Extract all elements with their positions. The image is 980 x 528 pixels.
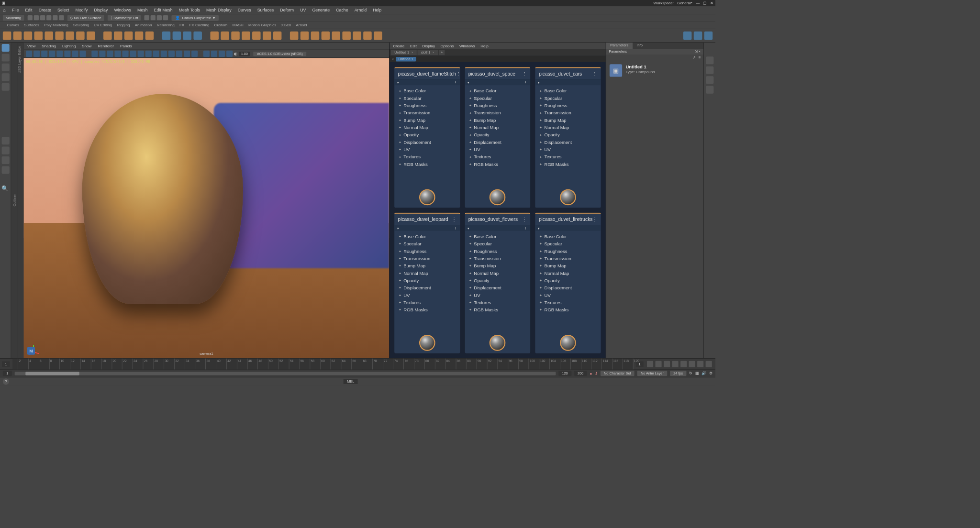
node-tab[interactable]: Untitled 1× — [391, 50, 417, 55]
node-property[interactable]: UV — [394, 292, 460, 299]
node-menu-help[interactable]: Help — [480, 44, 489, 48]
node-property[interactable]: Bump Map — [394, 117, 460, 124]
node-menu-windows[interactable]: Windows — [459, 44, 475, 48]
menu-cache[interactable]: Cache — [336, 8, 348, 12]
exposure-value[interactable]: 1.00 — [239, 52, 250, 56]
shelf-tool-icon[interactable] — [103, 31, 112, 40]
vp-tool-icon[interactable] — [114, 51, 121, 57]
shelf-tab[interactable]: FX — [179, 23, 184, 27]
outliner-tab[interactable]: Outliner — [11, 43, 17, 358]
shelf-tool-icon[interactable] — [694, 31, 702, 40]
node-property[interactable]: UV — [394, 146, 460, 153]
vp-tool-icon[interactable] — [184, 51, 190, 57]
shelf-tool-icon[interactable] — [290, 31, 299, 40]
node-property[interactable]: Normal Map — [394, 270, 460, 277]
menu-display[interactable]: Display — [94, 8, 108, 12]
node-property[interactable]: Base Color — [465, 233, 530, 240]
vp-tool-icon[interactable] — [161, 51, 167, 57]
node-property[interactable]: Normal Map — [535, 124, 601, 131]
vp-view[interactable]: View — [27, 44, 35, 48]
node-property[interactable]: Textures — [465, 299, 530, 306]
settings-icon[interactable]: ⚙ — [709, 371, 713, 375]
animlayer-dropdown[interactable]: No Anim Layer — [637, 371, 667, 376]
shelf-prim-icon[interactable] — [3, 31, 11, 40]
shelf-tool-icon[interactable] — [322, 31, 330, 40]
shelf-prim-icon[interactable] — [45, 31, 53, 40]
move-tool[interactable] — [1, 64, 9, 71]
pref-icon[interactable]: ▦ — [695, 371, 699, 375]
shelf-prim-icon[interactable] — [24, 31, 33, 40]
step-fwd-icon[interactable] — [697, 361, 703, 367]
node-property[interactable]: Roughness — [535, 102, 601, 109]
material-node[interactable]: picasso_duvet_space⋮▾⋮Base ColorSpecular… — [465, 67, 530, 208]
audio-icon[interactable]: 🔊 — [702, 371, 706, 375]
shelf-tab[interactable]: Rigging — [117, 23, 130, 27]
play-icon[interactable] — [680, 361, 687, 367]
layout-tool[interactable] — [1, 156, 9, 164]
shelf-tool-icon[interactable] — [332, 31, 341, 40]
shelf-tab[interactable]: Sculpting — [73, 23, 89, 27]
node-property[interactable]: RGB Masks — [465, 161, 530, 168]
node-collapse[interactable]: ▾⋮ — [535, 79, 601, 85]
user-account[interactable]: 👤 Carlos Carpinteir ▾ — [172, 15, 219, 21]
node-property[interactable]: RGB Masks — [465, 306, 530, 313]
node-property[interactable]: Specular — [535, 95, 601, 102]
node-menu-icon[interactable]: ⋮ — [592, 71, 597, 77]
node-property[interactable]: RGB Masks — [535, 306, 601, 313]
node-property[interactable]: Normal Map — [394, 124, 460, 131]
menu-edit[interactable]: Edit — [25, 8, 32, 12]
material-node[interactable]: picasso_duvet_firetrucks⋮▾⋮Base ColorSpe… — [535, 213, 601, 353]
vp-tool-icon[interactable] — [41, 51, 47, 57]
menu-deform[interactable]: Deform — [280, 8, 294, 12]
node-property[interactable]: Transmission — [394, 109, 460, 116]
node-menu-display[interactable]: Display — [423, 44, 435, 48]
vp-tool-icon[interactable] — [168, 51, 175, 57]
vp-lighting[interactable]: Lighting — [62, 44, 76, 48]
shelf-tool-icon[interactable] — [173, 31, 181, 40]
node-property[interactable]: Textures — [394, 299, 460, 306]
symmetry-dropdown[interactable]: ⦚ Symmetry: Off — [108, 15, 141, 21]
min-icon[interactable]: — — [696, 1, 700, 5]
shelf-tool-icon[interactable] — [114, 31, 122, 40]
node-property[interactable]: Opacity — [394, 277, 460, 284]
shelf-tab[interactable]: Custom — [214, 23, 228, 27]
menu-editmesh[interactable]: Edit Mesh — [154, 8, 173, 12]
node-menu-icon[interactable]: ⋮ — [522, 71, 527, 77]
layout-tool[interactable] — [1, 147, 9, 154]
next-key-icon[interactable] — [689, 361, 695, 367]
shelf-tool-icon[interactable] — [145, 31, 154, 40]
node-property[interactable]: RGB Masks — [394, 161, 460, 168]
range-mid[interactable]: 120 — [558, 371, 571, 376]
vp-panels[interactable]: Panels — [120, 44, 132, 48]
shelf-prim-icon[interactable] — [66, 31, 74, 40]
prev-key-icon[interactable] — [664, 361, 670, 367]
shelf-tool-icon[interactable] — [124, 31, 133, 40]
vp-tool-icon[interactable] — [56, 51, 63, 57]
statusline-icons2[interactable] — [145, 15, 168, 20]
goto-start-icon[interactable] — [647, 361, 653, 367]
shelf-tool-icon[interactable] — [183, 31, 192, 40]
node-property[interactable]: Specular — [394, 240, 460, 247]
vp-tool-icon[interactable] — [203, 51, 210, 57]
shelf-tool-icon[interactable] — [193, 31, 202, 40]
range-track[interactable] — [14, 372, 556, 375]
mel-label[interactable]: MEL — [344, 379, 358, 384]
node-menu-create[interactable]: Create — [393, 44, 404, 48]
shelf-tool-icon[interactable] — [683, 31, 692, 40]
node-property[interactable]: Transmission — [465, 255, 530, 262]
statusline-icons[interactable] — [27, 15, 64, 20]
shelf-tool-icon[interactable] — [374, 31, 382, 40]
menu-windows[interactable]: Windows — [114, 8, 131, 12]
layout-tool[interactable] — [1, 166, 9, 174]
shelf-tool-icon[interactable] — [353, 31, 361, 40]
scale-tool[interactable] — [1, 83, 9, 91]
layout-tool[interactable] — [1, 137, 9, 144]
vp-tool-icon[interactable] — [226, 51, 233, 57]
shelf-tool-icon[interactable] — [273, 31, 282, 40]
node-property[interactable]: Transmission — [535, 255, 601, 262]
shelf-prim-icon[interactable] — [13, 31, 22, 40]
shelf-tool-icon[interactable] — [135, 31, 144, 40]
node-property[interactable]: Transmission — [465, 109, 530, 116]
vp-tool-icon[interactable] — [138, 51, 144, 57]
shelf-tool-icon[interactable] — [342, 31, 351, 40]
